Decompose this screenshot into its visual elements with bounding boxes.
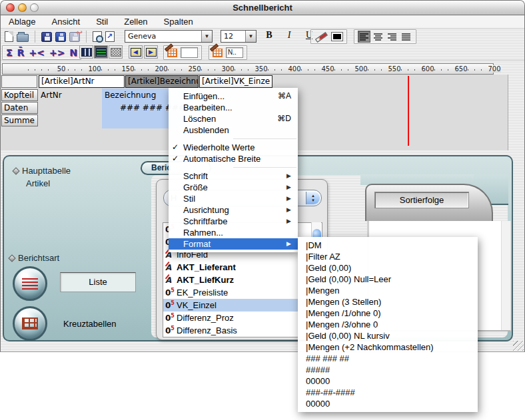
chevron-down-icon[interactable]: ▼: [201, 31, 212, 42]
menu-item-label: Ausrichtung: [183, 204, 286, 216]
view-columns-button[interactable]: [79, 45, 93, 59]
format-option[interactable]: |Filter AZ: [298, 251, 478, 262]
column-header[interactable]: [Artikel]VK_Einze: [199, 75, 272, 88]
liste-label-box[interactable]: Liste: [60, 272, 136, 292]
row-label-button[interactable]: Kopfteil: [1, 89, 38, 101]
format-option[interactable]: |Geld (0,00) NL kursiv: [298, 330, 478, 341]
view-pattern-button[interactable]: [109, 45, 123, 59]
menu-item-label: Rahmen...: [183, 227, 291, 238]
window-resize-grip[interactable]: [513, 341, 524, 351]
menu-item[interactable]: ✓ Wiederholte Werte: [169, 142, 298, 153]
menu-item[interactable]: Löschen ⌘D: [169, 113, 298, 124]
page-margin-line[interactable]: [408, 76, 409, 146]
number-field-icon: 05: [165, 288, 175, 298]
format-option[interactable]: 00000: [298, 398, 478, 409]
menu-item[interactable]: Ausblenden: [169, 124, 298, 136]
menu-item-label: Automatische Breite: [183, 153, 291, 164]
menu-item[interactable]: Bearbeiten...: [169, 102, 298, 113]
field-name: EK_Preisliste: [177, 288, 228, 298]
ruler-tick-label: 650: [454, 65, 468, 73]
format-option[interactable]: |Mengen (3 Stellen): [298, 296, 478, 308]
menu-item[interactable]: Format ▶: [169, 238, 298, 250]
format-option[interactable]: 00000: [298, 375, 478, 387]
menu-bar-item[interactable]: Zellen: [124, 17, 147, 27]
arrow-right-table-icon: ▶: [146, 48, 157, 57]
menu-item[interactable]: Stil ▶: [169, 193, 298, 204]
field-name: Differenz_Basis: [177, 325, 237, 335]
format-option[interactable]: |Mengen: [298, 285, 478, 296]
ruler-tick-label: 550: [388, 65, 401, 73]
insert-column-left-button[interactable]: +<: [29, 46, 44, 59]
align-center-button[interactable]: [372, 31, 384, 43]
sum-button[interactable]: Σ: [6, 46, 13, 59]
bold-button[interactable]: B: [263, 30, 275, 41]
menu-item[interactable]: Rahmen...: [169, 227, 298, 238]
column-header[interactable]: [Artikel]Bezeichnun: [125, 75, 199, 88]
menu-bar-item[interactable]: Stil: [96, 17, 108, 27]
format-option[interactable]: ###-##-####: [298, 387, 478, 398]
save-as-icon[interactable]: [55, 32, 66, 42]
grid-value-box[interactable]: [181, 47, 198, 58]
align-left-button[interactable]: [358, 31, 370, 43]
size-combo[interactable]: 12 ▼: [221, 30, 257, 43]
menu-bar-item[interactable]: Ansicht: [51, 17, 80, 27]
grid-name-box[interactable]: N..: [226, 47, 243, 58]
kreuztabellen-radio-button[interactable]: [13, 306, 47, 341]
title-bar[interactable]: Schnellbericht: [1, 1, 524, 15]
format-option[interactable]: |DM: [298, 240, 478, 251]
cell-kopfteil-bezeichnung[interactable]: Bezeichnung: [105, 89, 156, 101]
save-icon[interactable]: [41, 32, 52, 42]
open-folder-icon[interactable]: [17, 34, 29, 42]
edit-grid-name-icon[interactable]: [213, 49, 223, 57]
row-label-button[interactable]: Summe: [1, 114, 38, 126]
print-preview-icon[interactable]: [93, 31, 102, 42]
edit-grid-icon[interactable]: [167, 49, 177, 57]
column-header-row: [Artikel]ArtNr[Artikel]Bezeichnun[Artike…: [39, 75, 272, 88]
format-option[interactable]: ### ### ##: [298, 353, 478, 364]
list-lines-icon: [22, 278, 38, 290]
liste-radio-button[interactable]: [13, 266, 47, 301]
format-option[interactable]: |Mengen (+2 Nachkommastellen): [298, 341, 478, 353]
format-option[interactable]: |Geld (0,00): [298, 262, 478, 274]
chevron-down-icon[interactable]: ▼: [245, 31, 256, 42]
italic-button[interactable]: I: [283, 30, 295, 41]
format-option[interactable]: |Mengen /1/ohne 0): [298, 308, 478, 319]
export-icon[interactable]: [105, 31, 115, 42]
view-rows-button[interactable]: [94, 45, 108, 59]
menu-item[interactable]: Schrift ▶: [169, 170, 298, 182]
insert-column-right-button[interactable]: +>: [49, 46, 65, 59]
stepper-control[interactable]: ▲▼: [306, 192, 320, 204]
sortierfolge-tab[interactable]: Sortierfolge: [365, 184, 493, 221]
menu-bar-item[interactable]: Ablage: [9, 17, 35, 27]
sheet-corner-cell[interactable]: [1, 75, 37, 88]
row-label-button[interactable]: Daten: [1, 102, 38, 114]
move-column-right-button[interactable]: ▶: [144, 45, 158, 59]
column-header[interactable]: [Artikel]ArtNr: [39, 75, 125, 88]
new-document-icon[interactable]: [5, 31, 13, 42]
cell-kopfteil-artnr[interactable]: ArtNr: [41, 89, 62, 101]
menu-item[interactable]: Einfügen... ⌘A: [169, 91, 298, 102]
text-color-pencil-icon[interactable]: [314, 31, 328, 42]
repeat-values-button[interactable]: R̄: [17, 46, 25, 59]
format-option[interactable]: #####: [298, 364, 478, 375]
format-option[interactable]: |Mengen /3/ohne 0: [298, 319, 478, 330]
menu-item[interactable]: Ausrichtung ▶: [169, 204, 298, 216]
align-right-button[interactable]: [386, 31, 398, 43]
number-format-button[interactable]: N: [69, 46, 77, 59]
font-combo[interactable]: Geneva ▼: [125, 30, 213, 43]
menu-bar-item[interactable]: Spalten: [164, 17, 193, 27]
cross-table-grid-icon: [22, 317, 38, 329]
menu-item[interactable]: Größe ▶: [169, 182, 298, 193]
align-justify-button[interactable]: [400, 31, 412, 43]
sortierfolge-scrollbar[interactable]: [501, 221, 510, 330]
color-swatch-button[interactable]: [331, 32, 343, 41]
move-column-left-button[interactable]: ◀: [129, 45, 143, 59]
menu-item-label: Schriftfarbe: [183, 216, 286, 227]
revert-icon[interactable]: ↩: [69, 32, 80, 42]
menu-item[interactable]: ✓ Automatische Breite: [169, 153, 298, 164]
menu-item-label: Stil: [183, 193, 286, 204]
format-option[interactable]: |Geld (0,00) Null=Leer: [298, 274, 478, 285]
field-type-icon: A05: [165, 300, 177, 310]
menu-item-right: ▶: [286, 238, 291, 250]
menu-item[interactable]: Schriftfarbe ▶: [169, 216, 298, 227]
